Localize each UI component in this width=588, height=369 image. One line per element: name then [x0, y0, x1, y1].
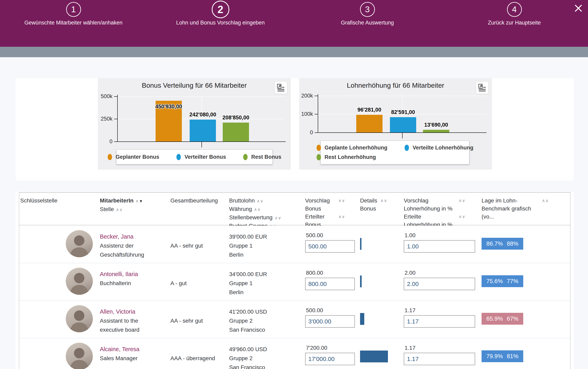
bonus-granted-input[interactable]: [305, 315, 355, 328]
legend-item[interactable]: Verteilte Lohnerhöhung: [405, 145, 473, 151]
header-label: Details: [360, 197, 377, 204]
benchmark-pct-1: 65.9%: [486, 315, 503, 322]
y-tick: [314, 133, 318, 133]
bonus-granted-input[interactable]: [305, 278, 355, 290]
legend-item[interactable]: Verteilter Bonus: [176, 154, 226, 160]
salary-line-city: Berlin: [229, 288, 267, 297]
chart-table-toggle-button[interactable]: [476, 82, 488, 94]
person-photo-icon: [66, 343, 93, 369]
step-label-4: Zurück zur Hauptseite: [441, 20, 588, 26]
salary-line-group: Gruppe 1: [229, 241, 267, 250]
step-circle-2[interactable]: 2: [212, 0, 229, 18]
sort-ascending-icon: ∧: [459, 198, 462, 203]
sort-ascending-icon: ∧: [338, 198, 342, 203]
rating-cell: AAA - überragend: [170, 354, 215, 369]
benchmark-badge: 86.7%88%: [481, 238, 523, 250]
bonus-granted-input[interactable]: [305, 240, 355, 253]
sort-icons[interactable]: ∧∨: [380, 197, 387, 205]
sort-icons[interactable]: ∧▼: [136, 197, 143, 205]
column-header-vorschlag-lohnerhoehung: Vorschlag∧∨Lohnerhöhung in %Erteilte∧∨Lo…: [404, 197, 478, 229]
sort-icons[interactable]: ∧∨: [459, 213, 466, 221]
bonus-granted-input[interactable]: [305, 353, 355, 365]
column-header-lage-benchmark: Lage im Lohn-∧∨Benchmark grafisch(vo...: [481, 197, 571, 221]
header-line: Vorschlag∧∨: [404, 197, 478, 205]
salary-line-city: San Francisco: [229, 325, 267, 334]
sort-ascending-icon: ∧: [459, 214, 462, 219]
sort-icons[interactable]: ∧∨: [274, 214, 282, 222]
raise-granted-input[interactable]: [404, 353, 475, 365]
bar-rest-lohnerh-hung[interactable]: [423, 130, 449, 133]
legend-label: Verteilter Bonus: [185, 154, 226, 160]
employee-avatar[interactable]: [66, 230, 93, 257]
salary-cell: 49'960.00 USDGruppe 2San Francisco: [229, 345, 267, 369]
header-label: MitarbeiterIn: [100, 197, 134, 204]
employee-role: Assistant to the executive board: [100, 316, 154, 334]
sort-descending-icon: ∨: [462, 214, 466, 219]
sort-icons[interactable]: ∧∨: [542, 197, 549, 205]
wizard-step-4[interactable]: 4Zurück zur Hauptseite: [441, 0, 588, 47]
employee-avatar[interactable]: [66, 343, 93, 369]
legend-item[interactable]: Rest Lohnerhöhung: [317, 154, 387, 160]
step-circle-4[interactable]: 4: [507, 2, 522, 17]
step-label-3: Grafische Auswertung: [294, 20, 441, 26]
sort-icons[interactable]: ∧∨: [116, 206, 123, 214]
employee-name-link[interactable]: Alcaine, Teresa: [100, 345, 154, 354]
employee-name-link[interactable]: Antonelli, Ilaria: [100, 270, 154, 279]
raise-granted-input[interactable]: [404, 278, 475, 290]
bonus-detail-bar: [360, 350, 388, 362]
chart-table-toggle-icon: [478, 83, 487, 92]
sort-ascending-icon: ∧: [338, 214, 342, 219]
bar-geplante-lohnerh-hung[interactable]: [356, 115, 382, 133]
sort-icons[interactable]: ∧∨: [254, 205, 261, 214]
benchmark-badge: 65.9%67%: [481, 313, 523, 325]
header-label: (vo...: [481, 214, 494, 220]
raise-granted-input[interactable]: [404, 315, 475, 328]
bar-verteilter-bonus[interactable]: [190, 120, 216, 142]
benchmark-pct-1: 75.6%: [486, 278, 503, 285]
header-line: Lage im Lohn-∧∨: [481, 197, 571, 205]
wizard-step-1[interactable]: 1Gewünschte Mitarbeiter wählen/anhaken: [0, 0, 147, 47]
legend-label: Rest Lohnerhöhung: [324, 154, 376, 160]
header-line: MitarbeiterIn∧▼: [100, 197, 167, 205]
table-row: Alcaine, TeresaSales ManagerAAA - überra…: [19, 338, 570, 369]
close-icon: [574, 4, 583, 13]
step-circle-1[interactable]: 1: [66, 2, 81, 17]
header-label: Vorschlag: [404, 197, 428, 204]
raise-proposed-value: 1.00: [405, 232, 416, 239]
sort-icons[interactable]: ∧∨: [459, 197, 466, 205]
bar-rest-bonus[interactable]: [223, 123, 249, 142]
sort-descending-icon: ∨: [342, 214, 345, 219]
legend-item[interactable]: Geplante Lohnerhöhung: [317, 145, 387, 151]
bar-verteilte-lohnerh-hung[interactable]: [390, 117, 416, 133]
employee-role: Assistenz der Geschäftsführung: [100, 241, 154, 259]
header-label: Schlüsselstelle: [20, 197, 57, 204]
bar-value-label: 450'930,00: [155, 103, 182, 110]
y-tick-label: 500k: [94, 93, 112, 100]
header-label: Lohnerhöhung in %: [404, 205, 452, 212]
employee-name-link[interactable]: Becker, Jana: [100, 232, 154, 241]
step-circle-3[interactable]: 3: [360, 2, 375, 17]
sort-icons[interactable]: ∧∨: [338, 213, 345, 221]
employee-name-link[interactable]: Allen, Victoria: [100, 307, 154, 316]
bonus-detail-bar: [360, 313, 364, 325]
chart-table-toggle-button[interactable]: [275, 82, 287, 94]
legend-swatch: [176, 154, 181, 160]
benchmark-badge: 79.9%81%: [481, 350, 523, 362]
sort-icons[interactable]: ∧∨: [338, 197, 345, 205]
sort-icons[interactable]: ∧∨: [257, 197, 264, 205]
header-label: Währung: [229, 206, 252, 212]
header-label: Benchmark grafisch: [481, 205, 531, 212]
sort-ascending-icon: ∧: [380, 198, 384, 203]
employee-avatar[interactable]: [66, 305, 93, 332]
y-tick-label: 100k: [295, 111, 313, 117]
salary-line-city: San Francisco: [229, 363, 267, 369]
bonus-proposed-value: 500.00: [306, 307, 323, 314]
raise-granted-input[interactable]: [404, 240, 475, 253]
legend-item[interactable]: Rest Bonus: [243, 154, 281, 160]
close-button[interactable]: [573, 3, 584, 14]
wizard-step-3[interactable]: 3Grafische Auswertung: [294, 0, 441, 47]
column-header-mitarbeiter: MitarbeiterIn∧▼Stelle∧∨: [100, 197, 167, 214]
wizard-step-2[interactable]: 2Lohn und Bonus Vorschlag eingeben: [147, 0, 294, 47]
legend-item[interactable]: Geplanter Bonus: [108, 154, 159, 160]
employee-avatar[interactable]: [66, 268, 93, 295]
